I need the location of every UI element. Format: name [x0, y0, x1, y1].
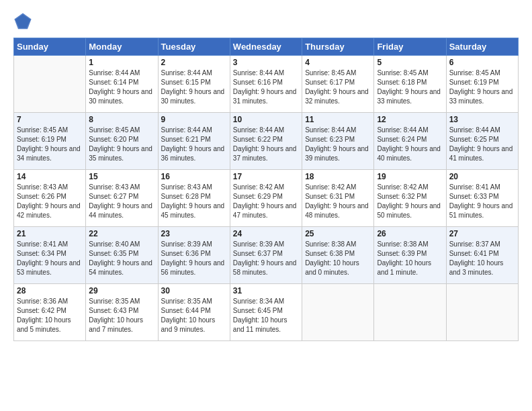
calendar-cell: 26Sunrise: 8:38 AMSunset: 6:39 PMDayligh…	[374, 227, 446, 284]
day-info: Sunrise: 8:45 AMSunset: 6:20 PMDaylight:…	[89, 126, 154, 163]
calendar-cell: 12Sunrise: 8:44 AMSunset: 6:24 PMDayligh…	[374, 113, 446, 170]
day-number: 30	[161, 286, 227, 295]
day-number: 3	[233, 58, 299, 67]
day-info: Sunrise: 8:44 AMSunset: 6:23 PMDaylight:…	[305, 126, 371, 163]
day-info: Sunrise: 8:41 AMSunset: 6:34 PMDaylight:…	[17, 240, 83, 277]
day-number: 10	[233, 115, 299, 124]
calendar-cell: 15Sunrise: 8:43 AMSunset: 6:27 PMDayligh…	[86, 170, 158, 227]
calendar-week-row: 14Sunrise: 8:43 AMSunset: 6:26 PMDayligh…	[14, 170, 519, 227]
day-number: 8	[89, 115, 154, 124]
day-info: Sunrise: 8:38 AMSunset: 6:39 PMDaylight:…	[377, 240, 443, 277]
day-info: Sunrise: 8:44 AMSunset: 6:22 PMDaylight:…	[233, 126, 299, 163]
calendar-cell: 27Sunrise: 8:37 AMSunset: 6:41 PMDayligh…	[446, 227, 518, 284]
calendar-cell: 1Sunrise: 8:44 AMSunset: 6:14 PMDaylight…	[86, 56, 158, 113]
calendar-cell: 4Sunrise: 8:45 AMSunset: 6:17 PMDaylight…	[302, 56, 374, 113]
day-info: Sunrise: 8:37 AMSunset: 6:41 PMDaylight:…	[449, 240, 515, 277]
calendar-header-row: SundayMondayTuesdayWednesdayThursdayFrid…	[14, 38, 519, 56]
calendar-week-row: 7Sunrise: 8:45 AMSunset: 6:19 PMDaylight…	[14, 113, 519, 170]
calendar-cell: 14Sunrise: 8:43 AMSunset: 6:26 PMDayligh…	[14, 170, 86, 227]
calendar-cell: 19Sunrise: 8:42 AMSunset: 6:32 PMDayligh…	[374, 170, 446, 227]
day-info: Sunrise: 8:35 AMSunset: 6:43 PMDaylight:…	[89, 297, 154, 334]
day-info: Sunrise: 8:35 AMSunset: 6:44 PMDaylight:…	[161, 297, 227, 334]
calendar-cell: 11Sunrise: 8:44 AMSunset: 6:23 PMDayligh…	[302, 113, 374, 170]
calendar-cell: 22Sunrise: 8:40 AMSunset: 6:35 PMDayligh…	[86, 227, 158, 284]
day-number: 1	[89, 58, 154, 67]
calendar-cell: 25Sunrise: 8:38 AMSunset: 6:38 PMDayligh…	[302, 227, 374, 284]
day-number: 23	[161, 229, 227, 238]
day-info: Sunrise: 8:34 AMSunset: 6:45 PMDaylight:…	[233, 297, 299, 334]
day-number: 19	[377, 172, 443, 181]
day-info: Sunrise: 8:45 AMSunset: 6:19 PMDaylight:…	[17, 126, 83, 163]
calendar-cell: 30Sunrise: 8:35 AMSunset: 6:44 PMDayligh…	[158, 284, 230, 341]
day-number: 5	[377, 58, 443, 67]
day-number: 31	[233, 286, 299, 295]
calendar-cell: 6Sunrise: 8:45 AMSunset: 6:19 PMDaylight…	[446, 56, 518, 113]
day-info: Sunrise: 8:45 AMSunset: 6:17 PMDaylight:…	[305, 68, 371, 106]
calendar-cell: 5Sunrise: 8:45 AMSunset: 6:18 PMDaylight…	[374, 56, 446, 113]
day-number: 6	[449, 58, 515, 67]
day-info: Sunrise: 8:44 AMSunset: 6:21 PMDaylight:…	[161, 126, 227, 163]
calendar-cell	[14, 56, 86, 113]
weekday-header: Wednesday	[230, 38, 302, 56]
calendar-cell: 23Sunrise: 8:39 AMSunset: 6:36 PMDayligh…	[158, 227, 230, 284]
calendar-cell: 21Sunrise: 8:41 AMSunset: 6:34 PMDayligh…	[14, 227, 86, 284]
calendar-cell: 10Sunrise: 8:44 AMSunset: 6:22 PMDayligh…	[230, 113, 302, 170]
day-number: 7	[17, 115, 83, 124]
day-info: Sunrise: 8:42 AMSunset: 6:29 PMDaylight:…	[233, 183, 299, 220]
calendar-cell: 9Sunrise: 8:44 AMSunset: 6:21 PMDaylight…	[158, 113, 230, 170]
day-number: 18	[305, 172, 371, 181]
day-info: Sunrise: 8:45 AMSunset: 6:19 PMDaylight:…	[449, 68, 515, 106]
logo	[13, 12, 35, 31]
day-number: 16	[161, 172, 227, 181]
day-number: 22	[89, 229, 154, 238]
calendar-cell	[302, 284, 374, 341]
weekday-header: Saturday	[446, 38, 518, 56]
day-info: Sunrise: 8:43 AMSunset: 6:28 PMDaylight:…	[161, 183, 227, 220]
calendar-cell	[446, 284, 518, 341]
day-number: 29	[89, 286, 154, 295]
day-number: 2	[161, 58, 227, 67]
calendar-cell: 16Sunrise: 8:43 AMSunset: 6:28 PMDayligh…	[158, 170, 230, 227]
calendar-table: SundayMondayTuesdayWednesdayThursdayFrid…	[13, 38, 519, 341]
day-number: 11	[305, 115, 371, 124]
calendar-cell: 28Sunrise: 8:36 AMSunset: 6:42 PMDayligh…	[14, 284, 86, 341]
calendar-cell: 31Sunrise: 8:34 AMSunset: 6:45 PMDayligh…	[230, 284, 302, 341]
day-number: 9	[161, 115, 227, 124]
day-info: Sunrise: 8:44 AMSunset: 6:25 PMDaylight:…	[449, 126, 515, 163]
day-number: 25	[305, 229, 371, 238]
day-info: Sunrise: 8:36 AMSunset: 6:42 PMDaylight:…	[17, 297, 83, 334]
day-info: Sunrise: 8:42 AMSunset: 6:32 PMDaylight:…	[377, 183, 443, 220]
weekday-header: Friday	[374, 38, 446, 56]
weekday-header: Tuesday	[158, 38, 230, 56]
calendar-cell: 20Sunrise: 8:41 AMSunset: 6:33 PMDayligh…	[446, 170, 518, 227]
calendar-week-row: 28Sunrise: 8:36 AMSunset: 6:42 PMDayligh…	[14, 284, 519, 341]
calendar-cell: 29Sunrise: 8:35 AMSunset: 6:43 PMDayligh…	[86, 284, 158, 341]
day-number: 15	[89, 172, 154, 181]
day-number: 14	[17, 172, 83, 181]
day-number: 28	[17, 286, 83, 295]
calendar-cell	[374, 284, 446, 341]
day-info: Sunrise: 8:43 AMSunset: 6:26 PMDaylight:…	[17, 183, 83, 220]
day-number: 21	[17, 229, 83, 238]
weekday-header: Sunday	[14, 38, 86, 56]
logo-icon	[13, 12, 32, 31]
calendar-cell: 13Sunrise: 8:44 AMSunset: 6:25 PMDayligh…	[446, 113, 518, 170]
day-info: Sunrise: 8:42 AMSunset: 6:31 PMDaylight:…	[305, 183, 371, 220]
day-info: Sunrise: 8:44 AMSunset: 6:24 PMDaylight:…	[377, 126, 443, 163]
day-number: 24	[233, 229, 299, 238]
day-info: Sunrise: 8:39 AMSunset: 6:36 PMDaylight:…	[161, 240, 227, 277]
day-info: Sunrise: 8:41 AMSunset: 6:33 PMDaylight:…	[449, 183, 515, 220]
calendar-cell: 18Sunrise: 8:42 AMSunset: 6:31 PMDayligh…	[302, 170, 374, 227]
calendar-cell: 17Sunrise: 8:42 AMSunset: 6:29 PMDayligh…	[230, 170, 302, 227]
day-info: Sunrise: 8:45 AMSunset: 6:18 PMDaylight:…	[377, 68, 443, 106]
calendar-cell: 2Sunrise: 8:44 AMSunset: 6:15 PMDaylight…	[158, 56, 230, 113]
day-info: Sunrise: 8:44 AMSunset: 6:15 PMDaylight:…	[161, 68, 227, 106]
calendar-cell: 24Sunrise: 8:39 AMSunset: 6:37 PMDayligh…	[230, 227, 302, 284]
day-info: Sunrise: 8:40 AMSunset: 6:35 PMDaylight:…	[89, 240, 154, 277]
day-info: Sunrise: 8:44 AMSunset: 6:16 PMDaylight:…	[233, 68, 299, 106]
day-number: 4	[305, 58, 371, 67]
calendar-week-row: 21Sunrise: 8:41 AMSunset: 6:34 PMDayligh…	[14, 227, 519, 284]
day-number: 20	[449, 172, 515, 181]
day-info: Sunrise: 8:43 AMSunset: 6:27 PMDaylight:…	[89, 183, 154, 220]
calendar-cell: 8Sunrise: 8:45 AMSunset: 6:20 PMDaylight…	[86, 113, 158, 170]
